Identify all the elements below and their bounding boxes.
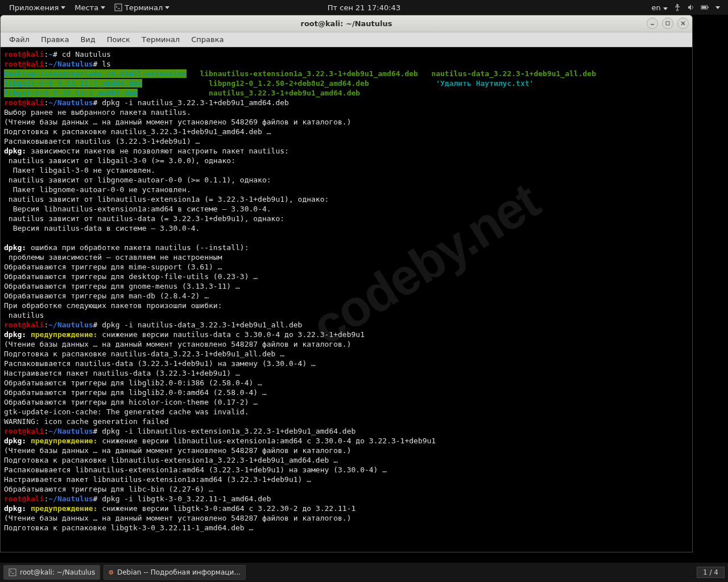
- close-button[interactable]: [677, 18, 689, 29]
- taskbar-browser[interactable]: Debian -- Подробная информаци…: [104, 565, 246, 580]
- menu-edit[interactable]: Правка: [36, 34, 74, 45]
- battery-icon[interactable]: [701, 3, 710, 11]
- bottom-taskbar: root@kali: ~/Nautulus Debian -- Подробна…: [0, 563, 728, 582]
- firefox-icon: [109, 568, 114, 576]
- terminal-icon: [114, 3, 122, 11]
- minimize-button[interactable]: [647, 18, 658, 29]
- volume-icon[interactable]: [687, 3, 695, 11]
- lang-indicator[interactable]: en: [652, 3, 668, 12]
- menubar: Файл Правка Вид Поиск Терминал Справка: [1, 32, 692, 47]
- svg-rect-3: [708, 7, 709, 8]
- menu-file[interactable]: Файл: [4, 34, 35, 45]
- active-app[interactable]: Терминал: [111, 3, 173, 12]
- svg-point-1: [676, 4, 679, 6]
- terminal-content[interactable]: codeby.net root@kali:~# cd Nautulus root…: [1, 47, 692, 552]
- window-title: root@kali: ~/Nautulus: [300, 19, 392, 28]
- svg-rect-0: [115, 4, 122, 11]
- terminal-window: root@kali: ~/Nautulus Файл Правка Вид По…: [0, 15, 693, 552]
- accessibility-icon[interactable]: [673, 3, 681, 11]
- clock[interactable]: Пт сен 21 17:40:43: [328, 3, 400, 12]
- taskbar-terminal[interactable]: root@kali: ~/Nautulus: [3, 565, 100, 580]
- gnome-top-panel: Приложения Места Терминал Пт сен 21 17:4…: [0, 0, 728, 15]
- terminal-output: root@kali:~# cd Nautulus root@kali:~/Nau…: [4, 49, 689, 533]
- menu-view[interactable]: Вид: [75, 34, 100, 45]
- places-menu[interactable]: Места: [71, 3, 109, 12]
- maximize-button[interactable]: [662, 18, 673, 29]
- workspace-indicator[interactable]: 1 / 4: [697, 567, 725, 578]
- svg-rect-6: [666, 22, 669, 25]
- menu-terminal[interactable]: Терминал: [136, 34, 185, 45]
- svg-rect-4: [702, 6, 706, 9]
- menu-search[interactable]: Поиск: [102, 34, 135, 45]
- terminal-icon: [9, 568, 16, 576]
- apps-menu[interactable]: Приложения: [6, 3, 69, 12]
- window-titlebar[interactable]: root@kali: ~/Nautulus: [1, 15, 692, 32]
- svg-rect-9: [9, 569, 16, 576]
- system-menu-icon[interactable]: [715, 6, 720, 9]
- menu-help[interactable]: Справка: [186, 34, 229, 45]
- svg-point-11: [110, 571, 113, 573]
